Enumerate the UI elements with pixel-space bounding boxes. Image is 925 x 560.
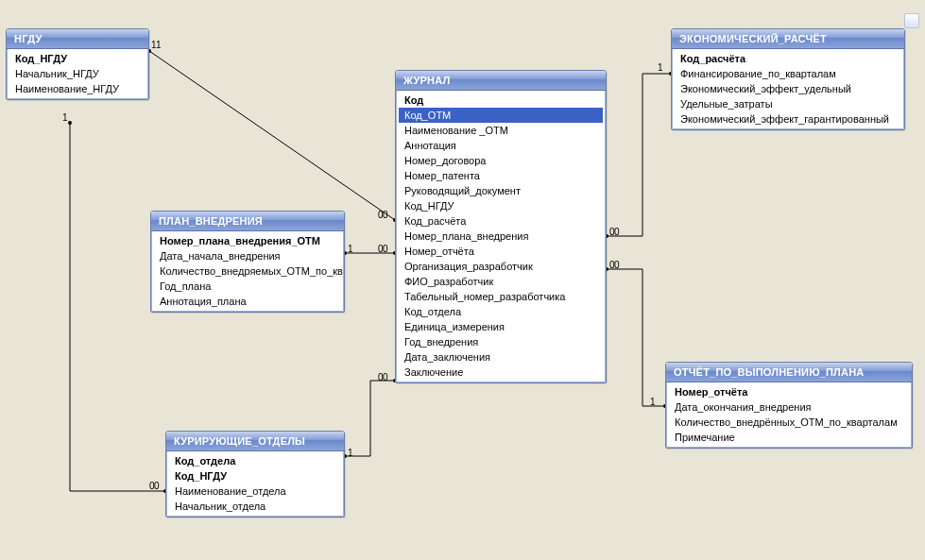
table-title[interactable]: ОТЧЁТ_ПО_ВЫПОЛНЕНИЮ_ПЛАНА	[666, 363, 912, 382]
field-row[interactable]: Дата_заключения	[399, 349, 603, 365]
cardinality-label: 00	[378, 244, 387, 254]
field-row[interactable]: Начальник_отдела	[169, 499, 341, 514]
field-row[interactable]: Финансирование_по_кварталам	[675, 66, 901, 81]
field-row[interactable]: Аннотация_плана	[154, 294, 341, 309]
field-row[interactable]: Единица_измерения	[399, 319, 603, 334]
table-ngdu[interactable]: НГДУКод_НГДУНачальник_НГДУНаименование_Н…	[6, 28, 149, 100]
cardinality-label: 1	[658, 62, 662, 73]
table-body: Номер_плана_внедрения_ОТМДата_начала_вне…	[151, 231, 344, 312]
field-row[interactable]: Количество_внедряемых_ОТМ_по_кв	[154, 263, 341, 279]
cardinality-label: 00	[609, 260, 619, 270]
field-row[interactable]: Дата_начала_внедрения	[154, 248, 341, 263]
field-row[interactable]: Код_расчёта	[675, 51, 901, 66]
field-row[interactable]: Количество_внедрённых_ОТМ_по_кварталам	[669, 415, 909, 430]
field-row[interactable]: Код_НГДУ	[399, 198, 603, 213]
field-row[interactable]: Примечание	[669, 430, 909, 445]
field-row[interactable]: Код_НГДУ	[9, 51, 146, 66]
table-dept[interactable]: КУРИРУЮЩИЕ_ОТДЕЛЫКод_отделаКод_НГДУНаиме…	[165, 431, 345, 518]
side-control-icon[interactable]	[904, 13, 919, 28]
cardinality-label: 1	[62, 112, 67, 123]
cardinality-label: 11	[151, 40, 161, 50]
field-row[interactable]: Номер_договора	[399, 153, 603, 168]
table-body: КодКод_ОТМНаименование _ОТМАннотацияНоме…	[396, 91, 606, 382]
field-row[interactable]: Год_плана	[154, 279, 341, 294]
field-row[interactable]: Номер_отчёта	[399, 244, 603, 259]
cardinality-label: 00	[378, 372, 387, 382]
table-body: Код_расчётаФинансирование_по_кварталамЭк…	[672, 49, 904, 129]
cardinality-label: 00	[149, 481, 159, 491]
field-row[interactable]: Экономический_эффект_удельный	[675, 81, 901, 96]
field-row[interactable]: Номер_плана_внедрения_ОТМ	[154, 233, 341, 248]
field-row[interactable]: Начальник_НГДУ	[9, 66, 146, 81]
table-journal[interactable]: ЖУРНАЛКодКод_ОТМНаименование _ОТМАннотац…	[395, 70, 607, 383]
field-row[interactable]: Наименование_отдела	[169, 484, 341, 499]
table-title[interactable]: ЖУРНАЛ	[396, 71, 606, 91]
field-row[interactable]: Номер_отчёта	[669, 384, 909, 399]
field-row[interactable]: Код_отдела	[399, 304, 603, 319]
table-body: Код_НГДУНачальник_НГДУНаименование_НГДУ	[7, 49, 148, 99]
field-row[interactable]: Руководящий_документ	[399, 183, 603, 198]
table-body: Код_отделаКод_НГДУНаименование_отделаНач…	[166, 451, 344, 517]
field-row[interactable]: Номер_патента	[399, 168, 603, 183]
table-title[interactable]: ЭКОНОМИЧЕСКИЙ_РАСЧЁТ	[672, 29, 904, 49]
cardinality-label: 1	[650, 397, 655, 407]
table-body: Номер_отчётаДата_окончания_внедренияКоли…	[666, 382, 912, 448]
field-row[interactable]: Наименование _ОТМ	[399, 123, 603, 138]
field-row[interactable]: Заключение	[399, 365, 603, 380]
table-calc[interactable]: ЭКОНОМИЧЕСКИЙ_РАСЧЁТКод_расчётаФинансиро…	[671, 28, 905, 130]
table-report[interactable]: ОТЧЁТ_ПО_ВЫПОЛНЕНИЮ_ПЛАНАНомер_отчётаДат…	[665, 362, 913, 449]
field-row[interactable]: Код_расчёта	[399, 213, 603, 229]
cardinality-label: 00	[609, 227, 619, 237]
field-row[interactable]: ФИО_разработчик	[399, 274, 603, 289]
field-row[interactable]: Год_внедрения	[399, 334, 603, 349]
field-row[interactable]: Экономический_эффект_гарантированный	[675, 111, 901, 127]
table-title[interactable]: НГДУ	[7, 29, 148, 49]
field-row[interactable]: Код_отдела	[169, 453, 341, 468]
table-title[interactable]: ПЛАН_ВНЕДРЕНИЯ	[151, 212, 344, 231]
cardinality-label: 1	[348, 448, 352, 458]
svg-point-2	[68, 121, 72, 125]
field-row[interactable]: Код	[399, 93, 603, 108]
field-row[interactable]: Номер_плана_внедрения	[399, 229, 603, 244]
field-row[interactable]: Наименование_НГДУ	[9, 81, 146, 96]
field-row[interactable]: Аннотация	[399, 138, 603, 153]
field-row[interactable]: Табельный_номер_разработчика	[399, 289, 603, 304]
field-row[interactable]: Дата_окончания_внедрения	[669, 399, 909, 415]
table-plan[interactable]: ПЛАН_ВНЕДРЕНИЯНомер_плана_внедрения_ОТМД…	[150, 211, 345, 313]
field-row[interactable]: Код_ОТМ	[399, 108, 603, 123]
table-title[interactable]: КУРИРУЮЩИЕ_ОТДЕЛЫ	[166, 432, 344, 451]
cardinality-label: 00	[378, 210, 387, 220]
field-row[interactable]: Организация_разработчик	[399, 259, 603, 274]
diagram-canvas[interactable]: НГДУКод_НГДУНачальник_НГДУНаименование_Н…	[0, 0, 925, 560]
cardinality-label: 1	[348, 244, 352, 254]
field-row[interactable]: Удельные_затраты	[675, 96, 901, 111]
field-row[interactable]: Код_НГДУ	[169, 468, 341, 484]
